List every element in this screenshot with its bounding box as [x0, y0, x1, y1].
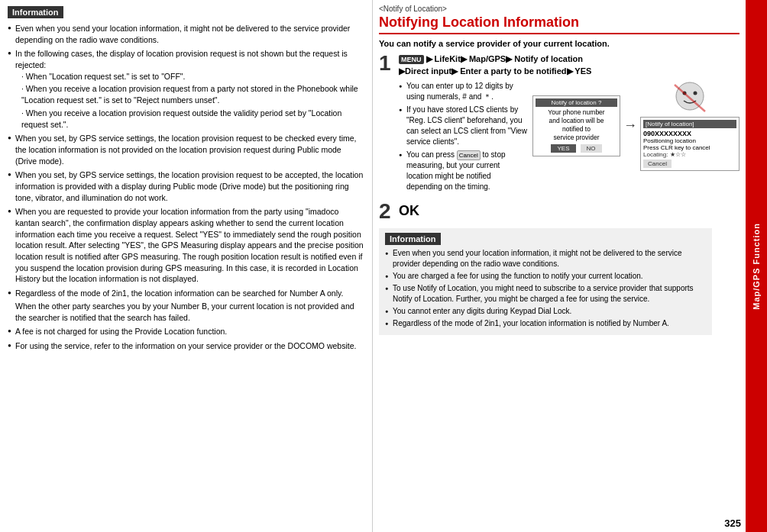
list-item: A fee is not charged for using the Provi… [8, 326, 364, 337]
list-item: Regardless of the mode of 2in1, your loc… [385, 318, 706, 329]
step2-ok: OK [399, 203, 419, 219]
bottom-info-header: Information [385, 233, 441, 245]
step1-instruction: MENU ▶ LifeKit▶ Map/GPS▶ Notify of locat… [399, 53, 739, 78]
left-panel: Information Even when you send your loca… [0, 0, 373, 532]
step1-number: 1 [379, 53, 394, 74]
screen1-title: Notify of location ? [536, 98, 617, 107]
screen1-body: Your phone numberand location will benot… [536, 108, 617, 142]
left-info-header: Information [8, 6, 63, 18]
red-sidebar: Map/GPS Function [746, 0, 767, 532]
left-bullet-list: Even when you send your location informa… [8, 23, 364, 352]
screen1-yes-no: YES NO [536, 144, 617, 153]
screen2-label: Positioning location [643, 137, 736, 144]
sub-bullet: · When "Location request set." is set to… [15, 71, 364, 82]
right-panel: Map/GPS Function 325 <Notify of Location… [373, 0, 767, 532]
arrow-icon: → [623, 118, 637, 134]
list-item: For using the service, refer to the info… [8, 340, 364, 352]
sub-text: When the other party searches you by you… [15, 301, 364, 323]
screenshots: Notify of location ? Your phone numberan… [532, 81, 739, 171]
phone-screen-1: Notify of location ? Your phone numberan… [532, 95, 620, 156]
sub-bullet: · When you receive a location provision … [15, 83, 364, 105]
step2-number: 2 [379, 201, 394, 222]
phone-screen-2: [Notify of location] 090XXXXXXXX Positio… [640, 117, 739, 171]
screen2-locating: Locating: ★☆☆ [643, 151, 736, 158]
main-content: <Notify of Location> Notifying Location … [373, 0, 767, 532]
bottom-info-box: Information Even when you send your loca… [379, 228, 712, 335]
list-item: When you set, by GPS service settings, t… [8, 133, 364, 166]
list-item: You cannot enter any digits during Keypa… [385, 306, 706, 317]
menu-button-icon: MENU [399, 55, 424, 64]
list-item: To use Notify of Location, you might nee… [385, 283, 706, 305]
face-svg [671, 81, 709, 115]
list-item: Even when you send your location informa… [8, 23, 364, 45]
step2-container: 2 OK [379, 201, 739, 222]
bottom-info-list: Even when you send your location informa… [385, 248, 706, 329]
sub-bullet: · When you receive a location provision … [15, 108, 364, 130]
screen2-phone: 090XXXXXXXX [643, 130, 736, 137]
small-title: <Notify of Location> [379, 5, 739, 13]
list-item: You are charged a fee for using the func… [385, 271, 706, 282]
screen2-wrapper: [Notify of location] 090XXXXXXXX Positio… [640, 81, 739, 171]
sidebar-label: Map/GPS Function [752, 223, 761, 310]
step1-content: MENU ▶ LifeKit▶ Map/GPS▶ Notify of locat… [399, 53, 739, 195]
big-title: Notifying Location Information [379, 15, 739, 34]
page-number: 325 [724, 517, 741, 529]
list-item: Even when you send your location informa… [385, 248, 706, 269]
step1-instruction-text: ▶ LifeKit▶ Map/GPS▶ Notify of location▶D… [399, 54, 591, 76]
list-item: You can enter up to 12 digits by using n… [399, 81, 528, 102]
list-item: Regardless of the mode of 2in1, the loca… [8, 288, 364, 323]
face-icon-area [671, 81, 709, 115]
list-item: When you are requested to provide your l… [8, 206, 364, 285]
step1-bullets: You can enter up to 12 digits by using n… [399, 81, 528, 195]
list-item: You can press Cancel to stop measuring, … [399, 150, 528, 192]
subtitle: You can notify a service provider of you… [379, 39, 739, 48]
screen1-no: NO [581, 144, 602, 153]
screen2-title: [Notify of location] [643, 120, 736, 128]
step1-body: You can enter up to 12 digits by using n… [399, 81, 739, 195]
screen1-yes: YES [551, 144, 575, 153]
cancel-button-icon: Cancel [457, 150, 481, 160]
step1-container: 1 MENU ▶ LifeKit▶ Map/GPS▶ Notify of loc… [379, 53, 739, 195]
list-item: If you have stored LCS clients by "Reg. … [399, 105, 528, 147]
screen2-press: Press CLR key to cancel [643, 144, 736, 151]
svg-point-2 [694, 91, 697, 95]
list-item: In the following cases, the display of l… [8, 48, 364, 130]
screen2-cancel: Cancel [643, 160, 672, 168]
list-item: When you set, by GPS service settings, t… [8, 169, 364, 203]
